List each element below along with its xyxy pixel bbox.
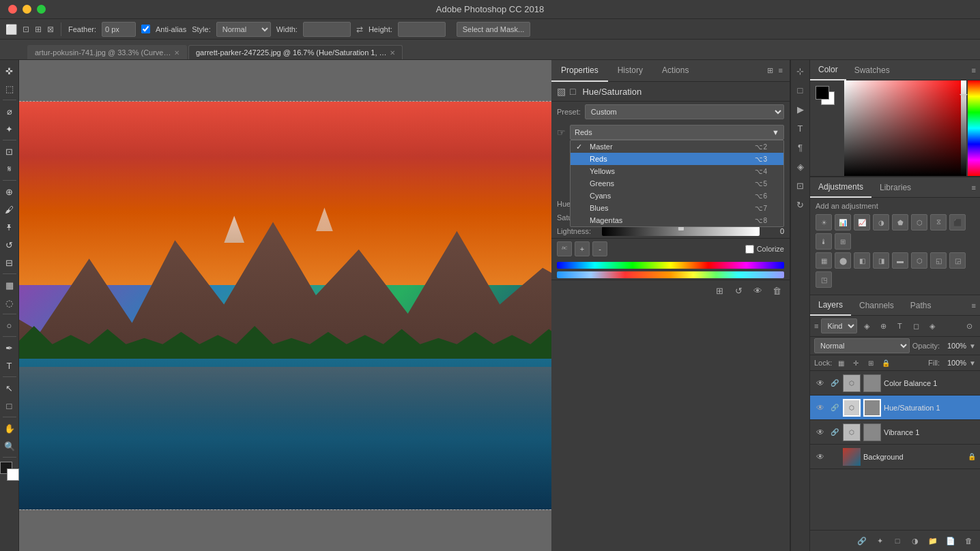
tab-layers[interactable]: Layers bbox=[810, 295, 851, 316]
fill-value[interactable]: 100% bbox=[942, 359, 966, 367]
hue-sat-adj-icon[interactable]: ⬡ bbox=[911, 214, 927, 230]
shape-tool[interactable]: □ bbox=[1, 398, 18, 414]
pen-tool[interactable]: ✒ bbox=[1, 340, 18, 356]
dodge-tool[interactable]: ○ bbox=[1, 317, 18, 333]
tab-history[interactable]: History bbox=[608, 60, 652, 82]
swap-icon[interactable]: ⇄ bbox=[356, 25, 363, 34]
width-input[interactable] bbox=[303, 22, 351, 37]
style-select[interactable]: Normal Fixed Ratio Fixed Size bbox=[216, 22, 271, 37]
height-input[interactable] bbox=[398, 22, 446, 37]
channel-cyans[interactable]: Cyans ⌥6 bbox=[571, 190, 783, 202]
brush-tool[interactable]: 🖌 bbox=[1, 201, 18, 218]
layer-background[interactable]: 👁 Background 🔒 bbox=[810, 445, 980, 469]
curves-adj-icon[interactable]: 📈 bbox=[854, 214, 870, 230]
background-color[interactable] bbox=[7, 468, 19, 481]
add-mask-icon[interactable]: □ bbox=[890, 533, 905, 548]
layer-vibrance[interactable]: 👁 🔗 ⬡ Vibrance 1 bbox=[810, 420, 980, 445]
vstrip-para[interactable]: ¶ bbox=[792, 139, 809, 155]
channel-greens[interactable]: Greens ⌥5 bbox=[571, 177, 783, 190]
threshold-adj-icon[interactable]: ◨ bbox=[873, 252, 889, 269]
clone-tool[interactable]: 🖈 bbox=[1, 219, 18, 235]
new-adj-icon[interactable]: ◑ bbox=[908, 533, 923, 548]
channel-dropdown[interactable]: Reds ▼ ✓ Master ⌥2 Reds ⌥3 Yellows bbox=[570, 125, 784, 140]
layer-visibility-icon-1[interactable]: 👁 bbox=[814, 378, 826, 388]
layer-visibility-icon-2[interactable]: 👁 bbox=[814, 403, 826, 413]
filter-toggle[interactable]: ⊙ bbox=[962, 319, 976, 333]
hue-strip[interactable] bbox=[968, 80, 980, 176]
close-button[interactable] bbox=[8, 5, 17, 14]
layer-color-balance[interactable]: 👁 🔗 ⬡ Color Balance 1 bbox=[810, 371, 980, 396]
layers-panel-menu-icon[interactable]: ≡ bbox=[972, 301, 980, 310]
sample-tool-3[interactable]: - bbox=[592, 241, 607, 256]
colorize-checkbox[interactable] bbox=[745, 245, 754, 254]
extra-adj-3[interactable]: ◳ bbox=[816, 271, 832, 288]
add-style-icon[interactable]: ✦ bbox=[872, 533, 887, 548]
vstrip-play[interactable]: ▶ bbox=[792, 101, 809, 117]
layer-mask-thumb-2[interactable] bbox=[863, 399, 881, 417]
channel-blues[interactable]: Blues ⌥7 bbox=[571, 202, 783, 214]
vstrip-type[interactable]: T bbox=[792, 120, 809, 136]
hand-tool[interactable]: ✋ bbox=[1, 420, 18, 436]
tab-color[interactable]: Color bbox=[810, 60, 846, 80]
levels-adj-icon[interactable]: 📊 bbox=[835, 214, 851, 230]
layer-visibility-icon-3[interactable]: 👁 bbox=[814, 428, 826, 437]
history-brush-tool[interactable]: ↺ bbox=[1, 237, 18, 253]
tab-libraries[interactable]: Libraries bbox=[871, 177, 919, 198]
opacity-value[interactable]: 100% bbox=[942, 342, 966, 350]
bw-adj-icon[interactable]: ⬛ bbox=[949, 214, 966, 230]
delete-layer-btn[interactable]: 🗑 bbox=[961, 533, 976, 548]
lightness-slider[interactable] bbox=[602, 226, 760, 236]
extra-adj-1[interactable]: ◱ bbox=[930, 252, 947, 269]
filter-smart-icon[interactable]: ◈ bbox=[925, 319, 939, 333]
type-tool[interactable]: T bbox=[1, 357, 18, 374]
tab-swatches[interactable]: Swatches bbox=[846, 60, 898, 80]
preset-select[interactable]: Custom Default Cyanotype Sepia bbox=[585, 104, 784, 119]
vstrip-view[interactable]: □ bbox=[792, 82, 809, 98]
layer-mask-thumb-1[interactable] bbox=[863, 374, 881, 392]
filter-adj-icon[interactable]: ⊕ bbox=[876, 319, 890, 333]
extra-adj-2[interactable]: ◲ bbox=[949, 252, 966, 269]
tab-adjustments[interactable]: Adjustments bbox=[810, 177, 871, 198]
layer-hue-saturation[interactable]: 👁 🔗 ⬡ Hue/Saturation 1 bbox=[810, 396, 980, 420]
clip-to-layer-icon[interactable]: ⊞ bbox=[712, 283, 727, 298]
photo-filter-adj-icon[interactable]: 🌡 bbox=[816, 233, 832, 250]
exposure-adj-icon[interactable]: ◑ bbox=[873, 214, 889, 230]
fill-arrow-icon[interactable]: ▼ bbox=[969, 359, 976, 367]
select-mask-button[interactable]: Select and Mask... bbox=[457, 22, 531, 37]
magic-wand-tool[interactable]: ✦ bbox=[1, 121, 18, 137]
document-tab-2[interactable]: garrett-parker-247225.jpg @ 16.7% (Hue/S… bbox=[188, 45, 403, 59]
layer-mask-thumb-3[interactable] bbox=[863, 423, 881, 441]
vstrip-refresh[interactable]: ↻ bbox=[792, 196, 809, 213]
finger-icon[interactable]: ☞ bbox=[557, 127, 566, 138]
gradient-map-adj-icon[interactable]: ▬ bbox=[892, 252, 908, 269]
window-controls[interactable] bbox=[8, 5, 46, 14]
maximize-button[interactable] bbox=[37, 5, 46, 14]
move-tool[interactable]: ✜ bbox=[1, 63, 18, 79]
anti-alias-checkbox[interactable] bbox=[141, 25, 150, 33]
healing-tool[interactable]: ⊕ bbox=[1, 183, 18, 200]
posterize-adj-icon[interactable]: ◧ bbox=[854, 252, 870, 269]
panel-menu-icon[interactable]: ≡ bbox=[777, 65, 784, 76]
tab-properties[interactable]: Properties bbox=[551, 60, 608, 82]
lock-all-icon[interactable]: 🔒 bbox=[880, 357, 892, 369]
color-gradient-area[interactable] bbox=[810, 80, 980, 176]
new-group-icon[interactable]: 📁 bbox=[925, 533, 940, 548]
tab-channels[interactable]: Channels bbox=[851, 295, 902, 316]
tab-paths[interactable]: Paths bbox=[902, 295, 940, 316]
document-tab-1[interactable]: artur-pokusin-741.jpg @ 33.3% (Curves 1,… bbox=[27, 45, 187, 59]
lasso-tool[interactable]: ⌀ bbox=[1, 103, 18, 119]
blur-tool[interactable]: ◌ bbox=[1, 295, 18, 311]
fg-bg-color-picker[interactable] bbox=[0, 462, 19, 481]
sample-tool-1[interactable]: 𝄊 bbox=[557, 241, 572, 256]
tab-actions[interactable]: Actions bbox=[652, 60, 698, 82]
eyedropper-tool[interactable]: 𝄋 bbox=[1, 161, 18, 177]
vstrip-move[interactable]: ⊹ bbox=[792, 63, 809, 79]
selective-color-adj-icon[interactable]: ⬡ bbox=[911, 252, 927, 269]
delete-layer-icon[interactable]: 🗑 bbox=[769, 283, 784, 298]
vstrip-style[interactable]: ⊡ bbox=[792, 177, 809, 194]
filter-pixel-icon[interactable]: ◈ bbox=[860, 319, 874, 333]
filter-shape-icon[interactable]: ◻ bbox=[909, 319, 923, 333]
opacity-arrow-icon[interactable]: ▼ bbox=[969, 342, 976, 350]
color-balance-adj-icon[interactable]: ⧖ bbox=[930, 214, 947, 230]
tab1-close[interactable]: ✕ bbox=[174, 49, 179, 57]
